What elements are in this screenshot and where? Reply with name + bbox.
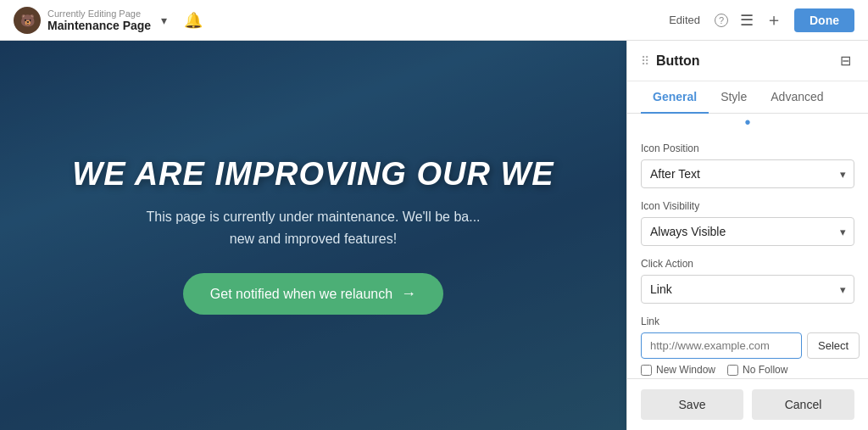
icon-position-select-wrapper: Before Text After Text ▾ bbox=[641, 159, 854, 188]
panel-title: Button bbox=[656, 53, 837, 69]
help-icon[interactable]: ? bbox=[715, 14, 728, 27]
tab-active-dot: • bbox=[627, 114, 868, 132]
hero-button[interactable]: Get notified when we relaunch → bbox=[183, 273, 443, 315]
click-action-label: Click Action bbox=[641, 258, 854, 270]
click-action-select-wrapper: Link Popup Scroll ▾ bbox=[641, 275, 854, 304]
page-dropdown-icon[interactable]: ▾ bbox=[161, 14, 167, 27]
main-area: WE ARE IMPROVING OUR WE This page is cur… bbox=[0, 41, 868, 430]
new-window-checkbox[interactable]: New Window bbox=[641, 364, 715, 376]
add-icon[interactable]: ＋ bbox=[765, 8, 782, 31]
cancel-button[interactable]: Cancel bbox=[752, 389, 854, 420]
link-label: Link bbox=[641, 316, 854, 327]
tab-style[interactable]: Style bbox=[709, 81, 759, 114]
topbar-right: Edited ? ☰ ＋ Done bbox=[669, 8, 854, 32]
panel-footer: Save Cancel bbox=[627, 378, 868, 430]
page-background: WE ARE IMPROVING OUR WE This page is cur… bbox=[0, 41, 626, 430]
page-context-label: Currently Editing Page bbox=[47, 8, 151, 19]
topbar: 🐻 Currently Editing Page Maintenance Pag… bbox=[0, 0, 868, 41]
tab-general[interactable]: General bbox=[641, 81, 709, 114]
link-input[interactable] bbox=[641, 332, 802, 359]
no-follow-checkbox-input[interactable] bbox=[727, 365, 738, 376]
logo-icon: 🐻 bbox=[14, 7, 41, 34]
checkbox-row: New Window No Follow Force Download bbox=[641, 364, 854, 378]
select-button[interactable]: Select bbox=[807, 332, 860, 359]
link-group: Link Select New Window No Follow bbox=[641, 316, 854, 378]
save-button[interactable]: Save bbox=[641, 389, 743, 420]
click-action-select[interactable]: Link Popup Scroll bbox=[641, 275, 854, 304]
page-bg-content: WE ARE IMPROVING OUR WE This page is cur… bbox=[38, 156, 587, 315]
list-icon[interactable]: ☰ bbox=[740, 11, 754, 30]
edited-status: Edited bbox=[669, 14, 700, 26]
hero-button-label: Get notified when we relaunch bbox=[210, 287, 392, 302]
panel-tabs: General Style Advanced bbox=[627, 81, 868, 114]
icon-visibility-label: Icon Visibility bbox=[641, 200, 854, 212]
hero-subtitle: This page is currently under maintenance… bbox=[72, 206, 554, 249]
click-action-group: Click Action Link Popup Scroll ▾ bbox=[641, 258, 854, 304]
icon-position-label: Icon Position bbox=[641, 142, 854, 154]
link-row: Select bbox=[641, 332, 854, 359]
icon-visibility-group: Icon Visibility Always Visible On Hover … bbox=[641, 200, 854, 246]
topbar-left: 🐻 Currently Editing Page Maintenance Pag… bbox=[14, 7, 203, 34]
panel-header: ⠿ Button ⊟ bbox=[627, 41, 868, 81]
no-follow-label: No Follow bbox=[743, 364, 787, 376]
new-window-checkbox-input[interactable] bbox=[641, 365, 652, 376]
page-info: Currently Editing Page Maintenance Page bbox=[47, 8, 151, 32]
done-button[interactable]: Done bbox=[794, 8, 854, 32]
hero-button-arrow-icon: → bbox=[401, 285, 416, 303]
page-preview: WE ARE IMPROVING OUR WE This page is cur… bbox=[0, 41, 626, 430]
icon-visibility-select-wrapper: Always Visible On Hover Never ▾ bbox=[641, 217, 854, 246]
page-name-label: Maintenance Page bbox=[47, 19, 151, 32]
panel-body: Icon Position Before Text After Text ▾ I… bbox=[627, 132, 868, 378]
icon-position-group: Icon Position Before Text After Text ▾ bbox=[641, 142, 854, 188]
notification-bell-icon[interactable]: 🔔 bbox=[184, 11, 203, 30]
new-window-label: New Window bbox=[656, 364, 715, 376]
icon-position-select[interactable]: Before Text After Text bbox=[641, 159, 854, 188]
panel-drag-handle-icon[interactable]: ⠿ bbox=[641, 54, 649, 68]
tab-advanced[interactable]: Advanced bbox=[759, 81, 835, 114]
hero-title: WE ARE IMPROVING OUR WE bbox=[72, 156, 554, 193]
no-follow-checkbox[interactable]: No Follow bbox=[727, 364, 787, 376]
panel: ⠿ Button ⊟ General Style Advanced • Icon… bbox=[626, 41, 868, 430]
panel-minimize-icon[interactable]: ⊟ bbox=[837, 51, 854, 70]
icon-visibility-select[interactable]: Always Visible On Hover Never bbox=[641, 217, 854, 246]
